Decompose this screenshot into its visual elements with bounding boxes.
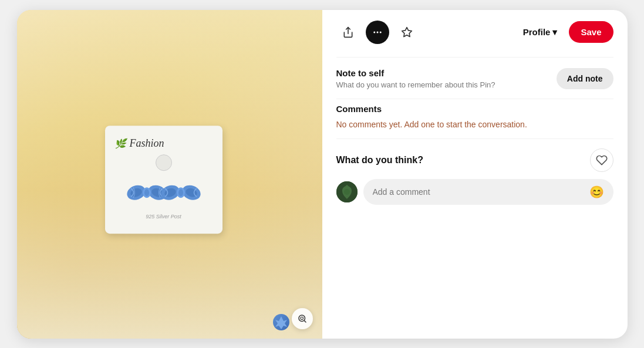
add-comment-link[interactable]: Add one to start the conversation.: [404, 120, 527, 129]
image-background: 🌿 Fashion: [17, 10, 322, 339]
toolbar-left-actions: [336, 21, 419, 44]
fashion-tag-card: 🌿 Fashion: [105, 126, 222, 234]
leaf-icon: 🌿: [114, 138, 126, 149]
share-button[interactable]: [336, 21, 360, 44]
svg-point-5: [144, 189, 149, 196]
note-title: Note to self: [336, 68, 495, 78]
image-creator-avatar: [273, 314, 289, 330]
svg-point-17: [379, 31, 381, 33]
add-note-button[interactable]: Add note: [557, 68, 613, 89]
comment-input-row: 😊: [336, 179, 613, 205]
profile-dropdown-button[interactable]: Profile ▾: [517, 22, 564, 42]
svg-point-20: [344, 189, 350, 195]
toolbar: Profile ▾ Save: [322, 10, 628, 52]
think-title: What do you think?: [336, 155, 423, 165]
lens-button[interactable]: [292, 308, 313, 329]
svg-point-16: [376, 31, 378, 33]
note-text-block: Note to self What do you want to remembe…: [336, 68, 495, 89]
comments-section: Comments No comments yet. Add one to sta…: [336, 99, 613, 138]
profile-label: Profile: [523, 27, 551, 37]
commenter-avatar: [336, 181, 358, 202]
no-comments-text: No comments yet. Add one to start the co…: [336, 120, 613, 129]
comment-input-field[interactable]: [373, 187, 585, 197]
no-comments-label: No comments yet.: [336, 120, 404, 129]
svg-point-12: [299, 315, 305, 322]
toolbar-right-actions: Profile ▾ Save: [517, 21, 613, 43]
emoji-button[interactable]: 😊: [589, 185, 604, 199]
bow-earrings-display: [114, 177, 213, 209]
note-subtitle: What do you want to remember about this …: [336, 80, 495, 89]
svg-point-11: [178, 189, 183, 196]
image-panel: 🌿 Fashion: [17, 10, 322, 339]
note-to-self-section: Note to self What do you want to remembe…: [336, 57, 613, 99]
right-panel: Profile ▾ Save Edit Pin Get Pin embed co…: [322, 10, 628, 339]
heart-button[interactable]: [590, 148, 613, 172]
fashion-logo: 🌿 Fashion: [114, 137, 213, 150]
content-area: Note to self What do you want to remembe…: [322, 52, 628, 339]
comments-title: Comments: [336, 104, 613, 114]
more-options-button[interactable]: [366, 21, 389, 44]
what-do-you-think-section: What do you think?: [336, 138, 613, 179]
brand-name: Fashion: [130, 137, 164, 150]
svg-point-15: [373, 31, 375, 33]
svg-point-13: [301, 317, 304, 320]
save-button[interactable]: Save: [569, 21, 613, 43]
svg-marker-18: [402, 27, 412, 36]
silver-post-label: 925 Silver Post: [114, 214, 213, 219]
tag-hole: [156, 154, 172, 171]
pin-detail-card: 🌿 Fashion: [17, 10, 628, 339]
comment-input-wrapper: 😊: [363, 179, 613, 205]
bookmark-button[interactable]: [395, 21, 419, 44]
chevron-down-icon: ▾: [552, 27, 557, 38]
